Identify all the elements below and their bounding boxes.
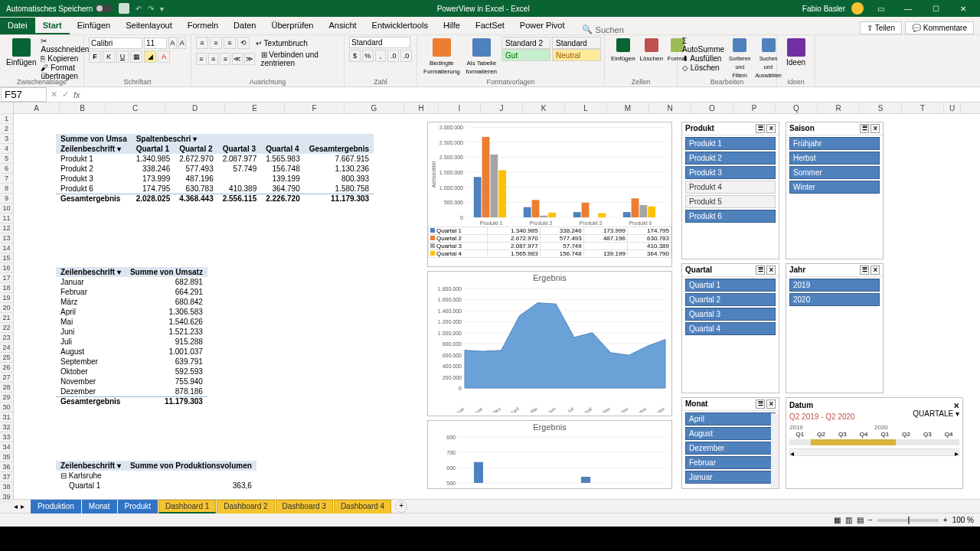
slicer-item[interactable]: Januar bbox=[685, 471, 776, 484]
align-top-icon[interactable]: ≡ bbox=[196, 37, 208, 49]
align-middle-icon[interactable]: ≡ bbox=[210, 37, 222, 49]
align-bottom-icon[interactable]: ≡ bbox=[224, 37, 236, 49]
clear-button[interactable]: ◇ Löschen bbox=[682, 64, 724, 72]
merge-button[interactable]: ⊞ Verbinden und zentrieren bbox=[261, 51, 339, 67]
name-box[interactable] bbox=[1, 87, 47, 102]
fill-color-icon[interactable]: ◢ bbox=[144, 51, 156, 63]
thousands-icon[interactable]: , bbox=[375, 50, 387, 62]
slicer-item[interactable]: Herbst bbox=[789, 152, 880, 165]
decrease-font-icon[interactable]: A bbox=[178, 37, 187, 49]
fx-icon[interactable]: fx bbox=[74, 90, 80, 99]
sheet-tab[interactable]: Dashboard 4 bbox=[334, 500, 391, 514]
increase-decimal-icon[interactable]: .0 bbox=[387, 50, 399, 62]
sheet-tab[interactable]: Monat bbox=[82, 500, 117, 514]
slicer-item[interactable]: Winter bbox=[789, 181, 880, 194]
slicer-item[interactable]: Sommer bbox=[789, 166, 880, 179]
slicer-item[interactable]: Februar bbox=[685, 456, 776, 469]
percent-icon[interactable]: % bbox=[362, 50, 374, 62]
increase-font-icon[interactable]: A bbox=[168, 37, 177, 49]
border-icon[interactable]: ▦ bbox=[130, 51, 142, 63]
slicer-item[interactable]: Quartal 1 bbox=[685, 279, 776, 292]
chart-ergebnis-area[interactable]: Ergebnis 1.800.0001.600.0001.400.0001.20… bbox=[427, 271, 672, 416]
ribbon-tab-start[interactable]: Start bbox=[35, 18, 70, 34]
underline-icon[interactable]: U bbox=[116, 51, 129, 63]
sort-filter-button[interactable]: Sortieren und Filtern bbox=[727, 37, 752, 80]
formula-input[interactable] bbox=[85, 89, 977, 100]
align-left-icon[interactable]: ≡ bbox=[196, 53, 207, 65]
slicer-produkt[interactable]: Produkt☰⨯Produkt 1Produkt 2Produkt 3Prod… bbox=[681, 122, 779, 259]
conditional-formatting-button[interactable]: Bedingte Formatierung bbox=[422, 37, 462, 77]
sheet-tab[interactable]: Produkt bbox=[118, 500, 158, 514]
slicer-saison[interactable]: Saison☰⨯FrühjahrHerbstSommerWinter bbox=[786, 122, 884, 259]
slicer-multi-icon[interactable]: ☰ bbox=[860, 266, 869, 275]
ribbon-tab-datei[interactable]: Datei bbox=[0, 18, 35, 34]
slicer-multi-icon[interactable]: ☰ bbox=[860, 124, 869, 133]
user-avatar[interactable] bbox=[851, 2, 864, 15]
slicer-clear-icon[interactable]: ⨯ bbox=[766, 399, 776, 409]
currency-icon[interactable]: $ bbox=[349, 50, 361, 62]
comments-button[interactable]: 💬 Kommentare bbox=[905, 21, 974, 34]
pivot-table-umsatz-quartal[interactable]: Summe von UmsaSpaltenbeschri ▾Zeilenbesc… bbox=[56, 134, 374, 204]
slicer-item[interactable]: Produkt 6 bbox=[685, 210, 776, 223]
zoom-level[interactable]: 100 % bbox=[952, 516, 974, 524]
qat-dropdown-icon[interactable]: ▾ bbox=[160, 5, 164, 13]
paste-button[interactable]: Einfügen bbox=[5, 37, 38, 80]
autosave-toggle[interactable]: Automatisches Speichern bbox=[6, 5, 113, 13]
maximize-icon[interactable]: ☐ bbox=[925, 5, 946, 13]
wrap-text-button[interactable]: ↵ Textumbruch bbox=[256, 39, 308, 47]
slicer-multi-icon[interactable]: ☰ bbox=[756, 124, 765, 133]
slicer-item[interactable]: August bbox=[685, 427, 776, 440]
cell-style-neutral[interactable]: Neutral bbox=[552, 49, 601, 61]
indent-decrease-icon[interactable]: ≪ bbox=[232, 53, 243, 65]
align-right-icon[interactable]: ≡ bbox=[220, 53, 230, 65]
view-normal-icon[interactable]: ▦ bbox=[834, 516, 841, 524]
pivot-table-umsatz-monat[interactable]: Zeilenbeschrift ▾Summe von UmsatzJanuar6… bbox=[56, 267, 207, 406]
user-name[interactable]: Fabio Basler bbox=[802, 5, 845, 13]
slicer-item[interactable]: Produkt 5 bbox=[685, 195, 776, 208]
align-center-icon[interactable]: ≡ bbox=[208, 53, 219, 65]
undo-icon[interactable]: ↶ bbox=[136, 5, 142, 13]
slicer-item[interactable]: Dezember bbox=[685, 442, 776, 455]
slicer-quartal[interactable]: Quartal☰⨯Quartal 1Quartal 2Quartal 3Quar… bbox=[681, 263, 779, 393]
ideas-button[interactable]: Ideen bbox=[782, 37, 810, 68]
slicer-item[interactable]: Quartal 4 bbox=[685, 322, 776, 335]
slicer-item[interactable]: Produkt 2 bbox=[685, 152, 776, 165]
slicer-item[interactable]: Frühjahr bbox=[789, 137, 880, 150]
worksheet-grid[interactable]: 1234567891011121314151617181920212223242… bbox=[0, 103, 980, 499]
slicer-clear-icon[interactable]: ⨯ bbox=[766, 124, 776, 133]
cell-style-standard[interactable]: Standard bbox=[552, 37, 601, 49]
indent-increase-icon[interactable]: ≫ bbox=[244, 53, 255, 65]
slicer-item[interactable]: Produkt 4 bbox=[685, 181, 776, 194]
add-sheet-button[interactable]: + bbox=[395, 500, 407, 513]
ribbon-tab-daten[interactable]: Daten bbox=[226, 18, 263, 34]
sheet-nav-prev-icon[interactable]: ◂ bbox=[14, 502, 18, 510]
timeline-scrollbar[interactable]: ◂▸ bbox=[789, 448, 959, 456]
redo-icon[interactable]: ↷ bbox=[148, 5, 154, 13]
view-layout-icon[interactable]: ▥ bbox=[845, 516, 852, 524]
slicer-item[interactable]: Quartal 3 bbox=[685, 308, 776, 321]
ribbon-tab-power pivot[interactable]: Power Pivot bbox=[512, 18, 573, 34]
slicer-monat[interactable]: Monat☰⨯AprilAugustDezemberFebruarJanuar bbox=[681, 397, 779, 489]
cell-style-gut[interactable]: Gut bbox=[501, 49, 550, 61]
ribbon-mode-icon[interactable]: ▭ bbox=[870, 5, 891, 13]
ribbon-tab-formeln[interactable]: Formeln bbox=[180, 18, 226, 34]
cut-button[interactable]: ✂ Ausschneiden bbox=[41, 37, 89, 54]
slicer-clear-icon[interactable]: ⨯ bbox=[766, 266, 776, 275]
tell-me-search[interactable]: 🔍 Suchen bbox=[582, 24, 624, 34]
timeline-unit-dropdown[interactable]: QUARTALE ▾ bbox=[913, 409, 959, 424]
zoom-in-icon[interactable]: + bbox=[943, 516, 948, 524]
orientation-icon[interactable]: ⟲ bbox=[237, 37, 250, 49]
slicer-clear-icon[interactable]: ⨯ bbox=[871, 124, 880, 133]
slicer-scrollbar[interactable] bbox=[771, 413, 779, 488]
sheet-tab[interactable]: Dashboard 1 bbox=[158, 500, 216, 514]
timeline-datum[interactable]: Datum ⨯ Q2 2019 - Q2 2020 QUARTALE ▾ 201… bbox=[786, 397, 963, 489]
sheet-nav-next-icon[interactable]: ▸ bbox=[21, 502, 24, 510]
format-as-table-button[interactable]: Als Tabelle formatieren bbox=[465, 37, 498, 77]
slicer-item[interactable]: Quartal 2 bbox=[685, 293, 776, 306]
zoom-slider[interactable] bbox=[877, 519, 939, 522]
save-icon[interactable] bbox=[119, 3, 129, 14]
cell-style-standard2[interactable]: Standard 2 bbox=[501, 37, 550, 49]
copy-button[interactable]: ⎘ Kopieren bbox=[41, 54, 89, 63]
sheet-tab[interactable]: Produktion bbox=[31, 500, 81, 514]
ribbon-tab-seitenlayout[interactable]: Seitenlayout bbox=[118, 18, 180, 34]
